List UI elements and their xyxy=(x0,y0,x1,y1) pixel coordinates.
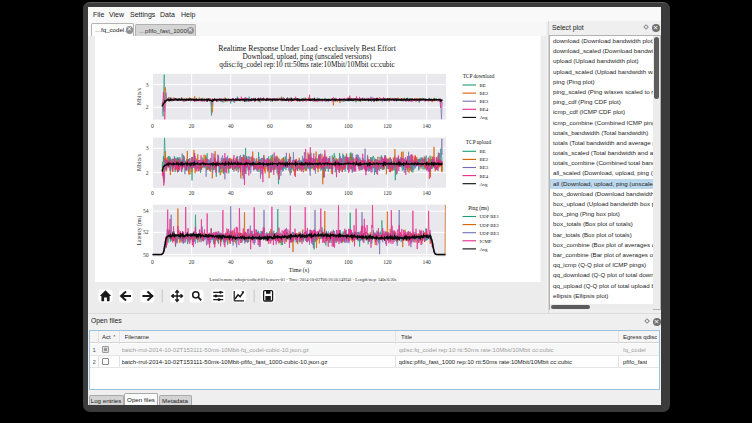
svg-text:100: 100 xyxy=(344,190,353,196)
svg-text:BE4: BE4 xyxy=(480,174,489,179)
svg-text:BE: BE xyxy=(480,83,486,88)
svg-text:40: 40 xyxy=(228,259,234,265)
svg-text:BE3: BE3 xyxy=(480,165,489,170)
svg-text:80: 80 xyxy=(306,123,312,129)
svg-text:BE2: BE2 xyxy=(480,157,489,162)
svg-text:2: 2 xyxy=(146,104,149,110)
svg-text:100: 100 xyxy=(344,259,353,265)
svg-text:TCP upload: TCP upload xyxy=(466,139,492,145)
svg-text:100: 100 xyxy=(344,123,353,129)
svg-text:0: 0 xyxy=(151,123,154,129)
svg-text:BE4: BE4 xyxy=(480,107,489,112)
svg-text:120: 120 xyxy=(383,259,392,265)
svg-text:0: 0 xyxy=(151,190,154,196)
svg-text:TCP download: TCP download xyxy=(463,73,495,79)
svg-text:140: 140 xyxy=(422,190,431,196)
svg-text:140: 140 xyxy=(422,123,431,129)
svg-text:Local/remote: tohojo-testbed-0: Local/remote: tohojo-testbed-01/testserv… xyxy=(210,277,397,282)
svg-text:40: 40 xyxy=(228,123,234,129)
svg-text:40: 40 xyxy=(228,190,234,196)
svg-text:60: 60 xyxy=(267,259,273,265)
svg-text:80: 80 xyxy=(306,259,312,265)
svg-text:20: 20 xyxy=(189,259,195,265)
svg-text:3: 3 xyxy=(146,82,149,88)
svg-text:52: 52 xyxy=(143,229,149,235)
svg-text:60: 60 xyxy=(267,123,273,129)
svg-text:2: 2 xyxy=(146,170,149,176)
svg-text:UDP BE3: UDP BE3 xyxy=(480,231,500,236)
svg-text:140: 140 xyxy=(422,259,431,265)
svg-text:120: 120 xyxy=(383,190,392,196)
svg-text:3: 3 xyxy=(146,145,149,151)
svg-text:54: 54 xyxy=(143,208,149,214)
svg-text:Avg: Avg xyxy=(480,182,489,187)
svg-text:Mbits/s: Mbits/s xyxy=(136,88,142,105)
svg-text:BE3: BE3 xyxy=(480,99,489,104)
svg-text:UDP BE2: UDP BE2 xyxy=(480,223,500,228)
svg-text:UDP BE1: UDP BE1 xyxy=(480,214,500,219)
svg-text:qdisc:fq_codel rep:10 rtt:50ms: qdisc:fq_codel rep:10 rtt:50ms rate:10Mb… xyxy=(219,60,395,69)
svg-text:ICMP: ICMP xyxy=(480,239,492,244)
svg-text:80: 80 xyxy=(306,190,312,196)
svg-text:50: 50 xyxy=(143,252,149,258)
svg-text:Latency (ms): Latency (ms) xyxy=(136,216,143,246)
svg-text:Mbits/s: Mbits/s xyxy=(136,154,142,171)
svg-text:Avg: Avg xyxy=(480,115,489,120)
svg-text:120: 120 xyxy=(383,123,392,129)
svg-text:Avg: Avg xyxy=(480,247,489,252)
svg-text:60: 60 xyxy=(267,190,273,196)
svg-text:Ping (ms): Ping (ms) xyxy=(468,205,489,212)
svg-text:BE: BE xyxy=(480,149,486,154)
svg-text:0: 0 xyxy=(151,259,154,265)
svg-text:20: 20 xyxy=(189,123,195,129)
svg-text:BE2: BE2 xyxy=(480,91,489,96)
svg-text:20: 20 xyxy=(189,190,195,196)
svg-text:Time (s): Time (s) xyxy=(289,267,309,274)
